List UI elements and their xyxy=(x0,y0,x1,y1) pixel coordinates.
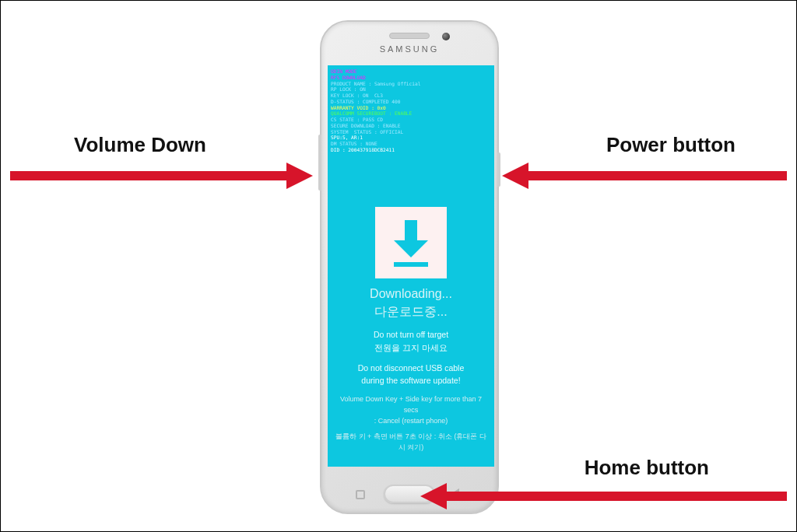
debug-line: RFS DOWNLOAD xyxy=(331,75,491,81)
label-home-button: Home button xyxy=(585,456,709,480)
debug-line: SYSTEM STATUS : OFFICIAL xyxy=(331,129,491,135)
debug-line: WARRANTY VOID : 0x0 xyxy=(331,105,491,111)
odin-debug-text: ODIN MODERFS DOWNLOADPRODUCT NAME : Sams… xyxy=(328,65,494,153)
brand-logo: SAMSUNG xyxy=(380,44,440,54)
debug-line: RP LOCK : ON xyxy=(331,86,491,93)
phone-frame: SAMSUNG ODIN MODERFS DOWNLOADPRODUCT NAM… xyxy=(320,20,499,514)
label-volume-down: Volume Down xyxy=(74,133,206,157)
downloading-title-kr: 다운로드중... xyxy=(335,303,486,320)
debug-line: DM STATUS : NONE xyxy=(331,141,491,147)
debug-line: ODIN MODE xyxy=(331,68,491,75)
svg-rect-0 xyxy=(394,262,428,267)
debug-line: SPU:5, AR:1 xyxy=(331,135,491,141)
debug-line: KEY LOCK : ON CL3 xyxy=(331,93,491,99)
debug-line: QUALCOMM SECUREBOOT : ENABLE xyxy=(331,110,491,117)
arrow-power xyxy=(499,163,787,189)
debug-line: CS STATE : PASS CD xyxy=(331,117,491,123)
front-camera xyxy=(442,33,450,40)
volume-down-hardware-button[interactable] xyxy=(318,135,321,191)
warn-usb-en-1: Do not disconnect USB cable xyxy=(335,362,486,374)
cancel-instruction-en-2: : Cancel (restart phone) xyxy=(335,416,486,427)
downloading-title-en: Downloading... xyxy=(335,285,486,303)
debug-line: DID : 200437918DCB2411 xyxy=(331,147,491,153)
phone-screen: ODIN MODERFS DOWNLOADPRODUCT NAME : Sams… xyxy=(328,65,494,467)
arrow-home xyxy=(417,483,787,509)
cancel-instruction-kr: 볼륨하 키 + 측면 버튼 7초 이상 : 취소 (휴대폰 다시 켜기) xyxy=(335,432,486,453)
warn-turnoff-kr: 전원을 끄지 마세요 xyxy=(335,341,486,354)
recents-softkey-icon xyxy=(356,490,365,499)
label-power-button: Power button xyxy=(606,133,736,157)
cancel-instruction-en-1: Volume Down Key + Side key for more than… xyxy=(335,394,486,416)
arrow-volume-down xyxy=(10,163,318,189)
download-icon xyxy=(375,207,447,278)
warn-usb-en-2: during the software update! xyxy=(335,374,486,387)
warn-turnoff-en: Do not turn off target xyxy=(335,328,486,341)
debug-line: SECURE DOWNLOAD : ENABLE xyxy=(331,123,491,129)
earpiece-speaker xyxy=(389,33,430,39)
phone-top-bezel: SAMSUNG xyxy=(321,22,497,65)
download-status-text: Downloading... 다운로드중... Do not turn off … xyxy=(328,285,494,453)
debug-line: PRODUCT NAME : Samsung Official xyxy=(331,81,491,87)
debug-line: D-STATUS : COMPLETED 400 xyxy=(331,99,491,105)
